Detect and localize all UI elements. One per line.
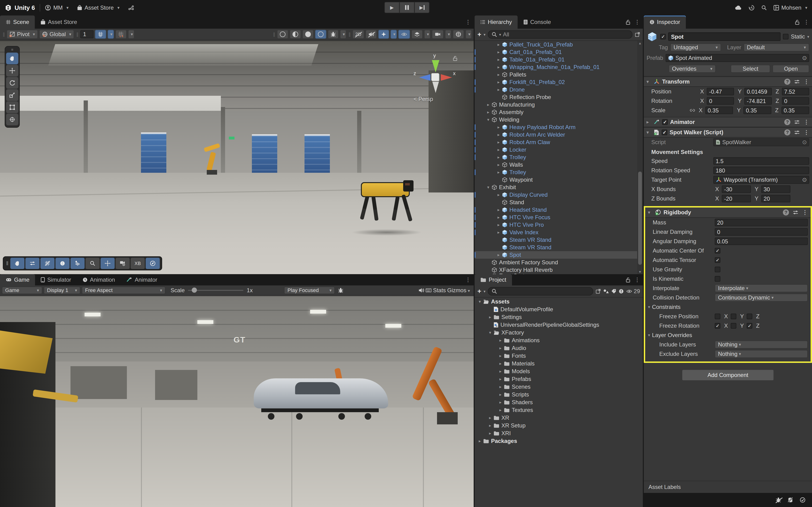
rotation-speed-field[interactable]: 180 [713,167,809,174]
freeze-position-y-checkbox[interactable] [731,314,737,319]
hierarchy-item[interactable]: Ambient Factory Sound [474,259,643,266]
help-icon[interactable]: ? [784,119,791,125]
hierarchy-item[interactable]: ▸Wrapping_Machine_01a_Prefab_01› [474,63,643,71]
project-item[interactable]: ▸Shaders [474,398,643,406]
help-icon[interactable]: ? [784,129,791,135]
gizmo-center-cube[interactable] [432,73,439,81]
toggle-audio-button[interactable] [366,30,377,39]
hierarchy-item[interactable]: ▸HTC Vive Pro› [474,221,643,229]
project-item[interactable]: ▾Assets [474,298,643,305]
hierarchy-item[interactable]: ▸Valve Index› [474,229,643,236]
hierarchy-item[interactable]: Steam VR Stand› [474,244,643,251]
debug-draw-mode-caret[interactable] [340,30,346,39]
mute-audio-icon[interactable] [418,288,424,293]
expander-icon[interactable]: ▸ [495,155,502,160]
angular-damping-field[interactable]: 0.05 [715,237,808,245]
expander-icon[interactable]: ▸ [485,102,492,107]
game-target-dropdown[interactable]: Game [2,287,42,294]
project-item[interactable]: ▸Packages [474,437,643,445]
gameobject-name-field[interactable]: Spot [668,33,780,41]
expander-icon[interactable]: ▸ [497,361,504,366]
hierarchy-item[interactable]: ▸Table_01a_Prefab_01› [474,56,643,63]
expander-icon[interactable]: ▸ [476,439,483,444]
expander-icon[interactable]: ▾ [476,299,483,304]
expander-icon[interactable]: ▸ [495,252,502,258]
z-bounds-y-field[interactable]: 20 [761,195,791,202]
expander-icon[interactable]: ▸ [495,162,502,167]
project-item[interactable]: ▸Models [474,368,643,375]
asset-labels-section[interactable]: Asset Labels [644,481,812,493]
search-overlay-button[interactable] [86,258,100,269]
mass-field[interactable]: 20 [715,219,808,226]
draw-mode-wireframe-button[interactable] [277,30,288,39]
lock-icon[interactable] [795,19,800,25]
open-new-window-icon[interactable] [635,32,640,37]
freeze-rotation-x-checkbox[interactable] [715,323,720,329]
position-y-field[interactable]: 0.01459 [744,88,772,95]
project-item[interactable]: ▸XRI [474,429,643,437]
expander-icon[interactable]: ▸ [495,215,502,220]
x-bounds-x-field[interactable]: -30 [722,185,751,193]
panel-menu-icon[interactable]: ⋮ [465,19,471,25]
project-item[interactable]: ▸Scenes [474,383,643,391]
panel-menu-icon[interactable]: ⋮ [804,19,809,25]
collision-detection-dropdown[interactable]: Continuous Dynamic [715,294,808,301]
all-good-status-icon[interactable] [800,497,805,503]
object-picker-icon[interactable]: ⊙ [802,176,807,183]
panel-menu-icon[interactable]: ⋮ [635,19,640,25]
expander-icon[interactable]: ▸ [497,384,504,389]
layer-overrides-foldout[interactable]: ▾Layer Overrides [645,331,811,340]
exclude-layers-dropdown[interactable]: Nothing [715,350,808,358]
plastic-scm-icon-button[interactable] [128,5,134,10]
scene-viewport[interactable]: ≡ ‖ XB y x z < Persp [0,40,474,274]
undo-history-icon[interactable] [749,5,755,11]
project-item[interactable]: ▸Textures [474,406,643,414]
auto-center-of-mass-checkbox[interactable] [715,248,720,253]
compass-overlay-button[interactable] [146,258,160,269]
hierarchy-item[interactable]: Steam VR Stand› [474,236,643,244]
layers-caret[interactable] [424,30,430,39]
lock-icon[interactable] [625,19,630,25]
scroll-up-icon[interactable]: ▲ [637,41,643,46]
expander-icon[interactable]: ▸ [495,57,502,62]
is-kinematic-checkbox[interactable] [715,276,720,282]
display-dropdown[interactable]: Display 1 [44,287,80,294]
tab-hierarchy[interactable]: Hierarchy [474,15,518,29]
gizmo-x-cone[interactable] [441,74,452,81]
target-point-field[interactable]: Waypoint (Transform) ⊙ [713,176,809,184]
animator-enabled-checkbox[interactable] [662,119,668,125]
tab-console[interactable]: Console [518,15,557,29]
project-search-input[interactable] [488,287,593,295]
move-tool-overlay-button[interactable] [101,258,115,269]
z-bounds-x-field[interactable]: -20 [722,195,751,202]
camera-eye-overlay-button[interactable] [116,258,130,269]
hierarchy-item[interactable]: ▸Display Curved› [474,191,643,199]
hierarchy-item[interactable]: ▸Forklift_01_Prefab_02› [474,78,643,86]
expander-icon[interactable]: ▸ [487,315,493,320]
hierarchy-item[interactable]: ▾Exhibit [474,183,643,191]
debug-bug-icon[interactable] [338,288,343,293]
project-item[interactable]: ▸Audio [474,344,643,352]
increment-snap-button[interactable] [115,30,126,39]
expander-icon[interactable]: ▸ [495,72,502,77]
expander-icon[interactable]: ▸ [495,207,502,213]
sphere-view-overlay-button[interactable] [55,258,69,269]
freeze-rotation-z-checkbox[interactable] [747,323,752,329]
toggle-2d-button[interactable]: 2D [352,30,364,39]
toggle-effects-caret[interactable] [391,30,397,39]
expander-icon[interactable]: ▸ [495,147,502,152]
scroll-down-icon[interactable]: ▼ [637,270,643,274]
increment-snap-caret[interactable] [128,30,135,39]
presets-icon[interactable] [794,120,800,124]
hierarchy-item[interactable]: ▸Assembly [474,108,643,116]
expander-icon[interactable]: ▸ [495,192,502,198]
tab-scene[interactable]: Scene [0,15,35,29]
rotate-tool-button[interactable] [6,77,18,89]
use-gravity-checkbox[interactable] [715,267,720,272]
sliders-overlay-button[interactable] [26,258,40,269]
move-tool-button[interactable] [6,65,18,76]
layer-dropdown[interactable]: Default [744,44,809,51]
animator-header[interactable]: ▸ Animator ?⋮ [644,117,812,127]
expander-icon[interactable]: ▾ [485,185,492,190]
project-item[interactable]: ▸Scripts [474,391,643,398]
